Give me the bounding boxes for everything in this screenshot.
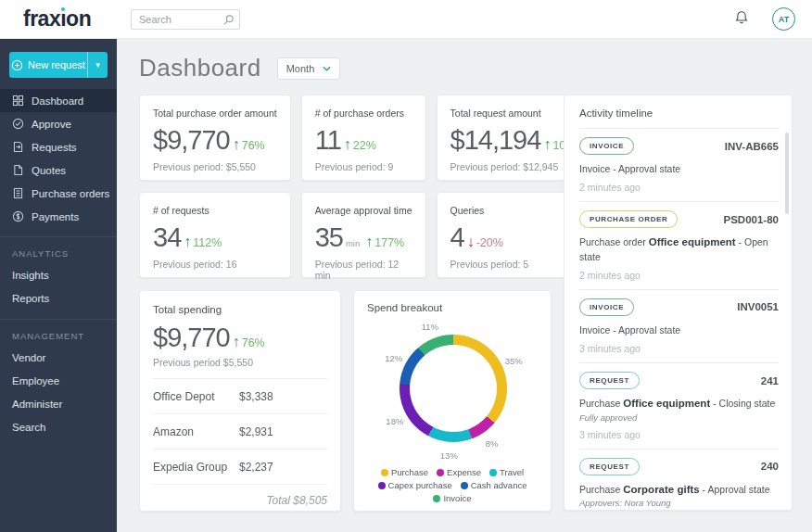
- spending-value: $9,770: [153, 323, 230, 353]
- sidebar-item-reports[interactable]: Reports: [0, 287, 117, 310]
- kpi-delta: 76%: [242, 139, 265, 152]
- activity-note: Fully approved: [579, 412, 779, 423]
- vendor-name: Office Depot: [153, 387, 239, 404]
- donut-label: 35%: [505, 355, 523, 365]
- kpi-previous: Previous period: $12,945: [450, 161, 577, 172]
- sidebar-item-payments[interactable]: Payments: [0, 205, 117, 228]
- main-content: Dashboard Month Total purchase order amo…: [117, 39, 812, 532]
- legend-item: Travel: [489, 467, 524, 477]
- up-arrow-icon: ↑: [233, 334, 240, 350]
- kpi-value: 4: [450, 222, 464, 253]
- kpi-previous: Previous period: 12 min: [315, 259, 412, 281]
- chevron-down-icon: [323, 66, 331, 71]
- period-dropdown[interactable]: Month: [277, 57, 341, 80]
- activity-description: Purchase order Office equipment - Open s…: [579, 235, 779, 263]
- scrollbar-thumb[interactable]: [785, 133, 789, 214]
- dollar-circle-icon: [12, 210, 24, 222]
- new-request-caret-button[interactable]: ▾: [87, 52, 108, 78]
- kpi-value: 34: [153, 222, 181, 253]
- vendor-row: Expedia Group $2,237: [153, 449, 327, 484]
- check-circle-icon: [12, 118, 24, 130]
- kpi-delta: 22%: [353, 139, 376, 152]
- vendor-amount: $2,931: [239, 425, 273, 438]
- sidebar-item-administer[interactable]: Administer: [0, 393, 117, 416]
- sidebar-item-vendor[interactable]: Vendor: [0, 347, 117, 370]
- activity-timeline-card: Activity timeline INVOICEINV-AB665 Invoi…: [564, 95, 793, 511]
- vendor-row: Office Depot $3,338: [153, 378, 327, 413]
- topbar: fraxıon AT: [0, 0, 812, 39]
- sidebar-item-insights[interactable]: Insights: [0, 264, 117, 287]
- bell-icon[interactable]: [733, 9, 750, 30]
- activity-item[interactable]: REQUEST240 Purchase Corporate gifts - Ap…: [579, 449, 779, 511]
- kpi-unit: min: [346, 238, 360, 248]
- sidebar-item-employee[interactable]: Employee: [0, 370, 117, 393]
- purchase-order-icon: [12, 187, 24, 199]
- activity-id: 241: [761, 375, 779, 386]
- kpi-card-po-count: # of purchase orders 11↑22% Previous per…: [301, 95, 426, 181]
- donut-wrap: 35%8%13%18%12%11%: [367, 315, 539, 462]
- spending-previous: Previous period $5,550: [153, 357, 327, 368]
- activity-title: Activity timeline: [579, 108, 779, 119]
- logo: fraxıon: [23, 6, 116, 32]
- activity-item[interactable]: INVOICEINV-AB665 Invoice - Approval stat…: [579, 128, 779, 201]
- invoice-badge: INVOICE: [579, 137, 634, 155]
- donut-label: 13%: [440, 450, 458, 460]
- kpi-label: Total request amount: [450, 108, 577, 119]
- kpi-previous: Previous period: 5: [450, 259, 577, 270]
- up-arrow-icon: ↑: [365, 234, 373, 250]
- sidebar-item-requests[interactable]: Requests: [0, 135, 117, 158]
- vendor-name: Expedia Group: [153, 458, 239, 475]
- request-badge: REQUEST: [579, 372, 640, 389]
- activity-time: 2 minutes ago: [579, 182, 779, 193]
- sidebar-item-quotes[interactable]: Quotes: [0, 158, 117, 182]
- kpi-card-total-po-amount: Total purchase order amount $9,770↑76% P…: [139, 95, 291, 181]
- search-icon: [222, 13, 235, 30]
- legend-dot: [489, 469, 497, 476]
- activity-time: 3 minutes ago: [579, 429, 779, 440]
- activity-description: Invoice - Approval state: [579, 162, 779, 175]
- sidebar-item-approve[interactable]: Approve: [0, 112, 117, 135]
- sidebar-item-purchase-orders[interactable]: Purchase orders: [0, 182, 117, 205]
- total-spending-card: Total spending $9,770↑76% Previous perio…: [139, 290, 341, 512]
- sidebar-item-label: Payments: [32, 211, 79, 222]
- sidebar-item-label: Requests: [32, 142, 77, 153]
- legend-item: Purchase: [381, 467, 428, 477]
- activity-item[interactable]: REQUEST241 Purchase Office equipment - C…: [579, 362, 779, 449]
- new-request-button[interactable]: New request: [9, 52, 87, 78]
- vendor-name: Amazon: [153, 423, 239, 439]
- activity-note: Approvers: Nora Young: [579, 498, 779, 508]
- new-request-split-button: New request ▾: [9, 52, 108, 78]
- down-arrow-icon: ↓: [467, 234, 475, 250]
- spending-title: Total spending: [153, 304, 327, 315]
- avatar[interactable]: AT: [772, 7, 795, 31]
- sidebar-item-label: Dashboard: [32, 95, 83, 107]
- vendor-row: Amazon $2,931: [153, 413, 327, 449]
- donut-legend: PurchaseExpenseTravelCapex purchaseCash …: [367, 467, 538, 503]
- legend-dot: [381, 469, 388, 476]
- up-arrow-icon: ↑: [344, 136, 351, 153]
- activity-id: 240: [761, 461, 779, 472]
- spending-delta: 76%: [242, 336, 265, 349]
- activity-item[interactable]: INVOICEINV0051 Invoice - Approval state …: [579, 289, 779, 362]
- sidebar-section-management: MANAGEMENT: [0, 320, 117, 347]
- up-arrow-icon: ↑: [184, 234, 191, 250]
- kpi-card-avg-approval-time: Average approval time 35min↑177% Previou…: [301, 192, 426, 278]
- quote-doc-icon: [12, 164, 24, 176]
- kpi-delta: 112%: [193, 236, 222, 249]
- sidebar-item-dashboard[interactable]: Dashboard: [0, 89, 117, 112]
- sidebar-item-label: Quotes: [32, 165, 66, 176]
- sidebar-item-search[interactable]: Search: [0, 416, 117, 439]
- activity-time: 2 minutes ago: [579, 270, 779, 281]
- sidebar: New request ▾ Dashboard Approve Requests…: [0, 39, 117, 532]
- purchase-order-badge: PURCHASE ORDER: [579, 210, 678, 228]
- activity-description: Purchase Office equipment - Closing stat…: [579, 397, 779, 412]
- vendor-amount: $3,338: [239, 390, 273, 403]
- activity-description: Invoice - Approval state: [579, 323, 779, 336]
- up-arrow-icon: ↑: [233, 136, 240, 153]
- dashboard-icon: [12, 95, 24, 107]
- kpi-delta: -20%: [476, 236, 503, 249]
- activity-description: Purchase Corporate gifts - Approval stat…: [579, 483, 779, 498]
- kpi-delta: 177%: [374, 236, 404, 249]
- legend-dot: [433, 495, 440, 502]
- activity-item[interactable]: PURCHASE ORDERPSD001-80 Purchase order O…: [579, 201, 779, 289]
